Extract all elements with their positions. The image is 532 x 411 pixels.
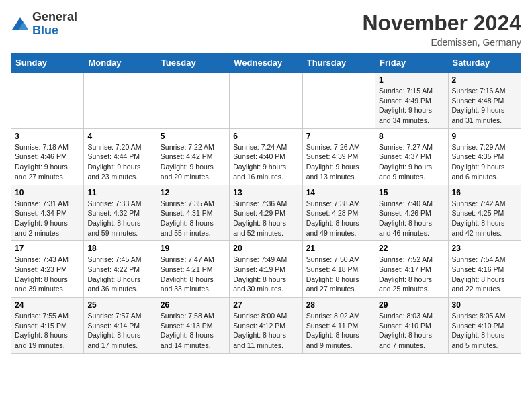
- col-header-monday: Monday: [84, 54, 157, 73]
- day-info: Sunrise: 7:22 AMSunset: 4:42 PMDaylight:…: [161, 142, 226, 182]
- logo-icon: [11, 15, 30, 34]
- day-info: Sunrise: 7:45 AMSunset: 4:22 PMDaylight:…: [87, 255, 152, 294]
- day-number: 30: [452, 300, 517, 310]
- day-number: 27: [233, 300, 298, 310]
- day-info: Sunrise: 7:31 AMSunset: 4:34 PMDaylight:…: [15, 199, 80, 238]
- day-info: Sunrise: 7:38 AMSunset: 4:28 PMDaylight:…: [306, 199, 371, 238]
- calendar-cell: 1Sunrise: 7:15 AMSunset: 4:49 PMDaylight…: [375, 73, 448, 129]
- day-info: Sunrise: 7:55 AMSunset: 4:15 PMDaylight:…: [15, 311, 80, 351]
- day-number: 12: [161, 188, 226, 197]
- day-info: Sunrise: 7:29 AMSunset: 4:35 PMDaylight:…: [452, 142, 517, 182]
- day-number: 20: [233, 244, 298, 253]
- day-info: Sunrise: 8:03 AMSunset: 4:10 PMDaylight:…: [379, 311, 444, 351]
- day-info: Sunrise: 7:57 AMSunset: 4:14 PMDaylight:…: [87, 311, 152, 351]
- calendar-cell: 9Sunrise: 7:29 AMSunset: 4:35 PMDaylight…: [448, 128, 521, 185]
- calendar-cell: 16Sunrise: 7:42 AMSunset: 4:25 PMDayligh…: [448, 185, 521, 241]
- day-info: Sunrise: 7:52 AMSunset: 4:17 PMDaylight:…: [379, 255, 444, 294]
- calendar-cell: 29Sunrise: 8:03 AMSunset: 4:10 PMDayligh…: [375, 298, 448, 354]
- calendar-cell: 26Sunrise: 7:58 AMSunset: 4:13 PMDayligh…: [157, 298, 229, 354]
- calendar-cell: 30Sunrise: 8:05 AMSunset: 4:10 PMDayligh…: [448, 298, 521, 354]
- day-number: 13: [233, 188, 298, 197]
- day-info: Sunrise: 7:40 AMSunset: 4:26 PMDaylight:…: [379, 199, 444, 238]
- day-number: 8: [379, 132, 444, 141]
- calendar-cell: 28Sunrise: 8:02 AMSunset: 4:11 PMDayligh…: [302, 298, 375, 354]
- day-number: 10: [15, 188, 80, 197]
- calendar-cell: 8Sunrise: 7:27 AMSunset: 4:37 PMDaylight…: [375, 128, 448, 185]
- calendar-cell: [157, 73, 229, 129]
- day-number: 1: [379, 75, 444, 85]
- day-info: Sunrise: 8:05 AMSunset: 4:10 PMDaylight:…: [452, 311, 517, 351]
- day-number: 29: [379, 300, 444, 310]
- day-number: 17: [15, 244, 80, 253]
- day-number: 7: [306, 132, 371, 141]
- calendar-cell: 14Sunrise: 7:38 AMSunset: 4:28 PMDayligh…: [302, 185, 375, 241]
- day-number: 19: [161, 244, 226, 253]
- calendar-cell: 23Sunrise: 7:54 AMSunset: 4:16 PMDayligh…: [448, 241, 521, 298]
- calendar-cell: 10Sunrise: 7:31 AMSunset: 4:34 PMDayligh…: [11, 185, 84, 241]
- day-info: Sunrise: 7:43 AMSunset: 4:23 PMDaylight:…: [15, 255, 80, 294]
- day-number: 25: [87, 300, 152, 310]
- day-info: Sunrise: 7:33 AMSunset: 4:32 PMDaylight:…: [87, 199, 152, 238]
- day-info: Sunrise: 7:27 AMSunset: 4:37 PMDaylight:…: [379, 142, 444, 182]
- calendar-cell: 2Sunrise: 7:16 AMSunset: 4:48 PMDaylight…: [448, 73, 521, 129]
- title-block: November 2024 Edemissen, Germany: [362, 11, 521, 48]
- day-number: 16: [452, 188, 517, 197]
- col-header-tuesday: Tuesday: [157, 54, 229, 73]
- calendar-cell: 4Sunrise: 7:20 AMSunset: 4:44 PMDaylight…: [84, 128, 157, 185]
- calendar-cell: 5Sunrise: 7:22 AMSunset: 4:42 PMDaylight…: [157, 128, 229, 185]
- day-info: Sunrise: 7:24 AMSunset: 4:40 PMDaylight:…: [233, 142, 298, 182]
- day-info: Sunrise: 7:16 AMSunset: 4:48 PMDaylight:…: [452, 86, 517, 126]
- calendar-cell: 15Sunrise: 7:40 AMSunset: 4:26 PMDayligh…: [375, 185, 448, 241]
- day-info: Sunrise: 7:26 AMSunset: 4:39 PMDaylight:…: [306, 142, 371, 182]
- location: Edemissen, Germany: [362, 37, 521, 48]
- day-info: Sunrise: 7:54 AMSunset: 4:16 PMDaylight:…: [452, 255, 517, 294]
- day-info: Sunrise: 7:42 AMSunset: 4:25 PMDaylight:…: [452, 199, 517, 238]
- calendar-cell: 12Sunrise: 7:35 AMSunset: 4:31 PMDayligh…: [157, 185, 229, 241]
- day-number: 11: [87, 188, 152, 197]
- day-info: Sunrise: 7:49 AMSunset: 4:19 PMDaylight:…: [233, 255, 298, 294]
- calendar-cell: [11, 73, 84, 129]
- calendar-cell: 17Sunrise: 7:43 AMSunset: 4:23 PMDayligh…: [11, 241, 84, 298]
- logo-general: General: [32, 11, 77, 24]
- col-header-sunday: Sunday: [11, 54, 84, 73]
- logo: General Blue: [11, 11, 77, 38]
- col-header-saturday: Saturday: [448, 54, 521, 73]
- day-number: 5: [161, 132, 226, 141]
- calendar-cell: 11Sunrise: 7:33 AMSunset: 4:32 PMDayligh…: [84, 185, 157, 241]
- header: General Blue November 2024 Edemissen, Ge…: [11, 11, 521, 48]
- day-number: 23: [452, 244, 517, 253]
- day-number: 18: [87, 244, 152, 253]
- day-number: 4: [87, 132, 152, 141]
- col-header-friday: Friday: [375, 54, 448, 73]
- calendar-cell: [302, 73, 375, 129]
- calendar-cell: 13Sunrise: 7:36 AMSunset: 4:29 PMDayligh…: [230, 185, 302, 241]
- day-info: Sunrise: 7:50 AMSunset: 4:18 PMDaylight:…: [306, 255, 371, 294]
- day-info: Sunrise: 7:35 AMSunset: 4:31 PMDaylight:…: [161, 199, 226, 238]
- calendar-cell: 25Sunrise: 7:57 AMSunset: 4:14 PMDayligh…: [84, 298, 157, 354]
- calendar-cell: 24Sunrise: 7:55 AMSunset: 4:15 PMDayligh…: [11, 298, 84, 354]
- day-info: Sunrise: 7:18 AMSunset: 4:46 PMDaylight:…: [15, 142, 80, 182]
- calendar-cell: [84, 73, 157, 129]
- day-number: 2: [452, 75, 517, 85]
- calendar-cell: 3Sunrise: 7:18 AMSunset: 4:46 PMDaylight…: [11, 128, 84, 185]
- calendar: SundayMondayTuesdayWednesdayThursdayFrid…: [11, 53, 521, 354]
- calendar-cell: 19Sunrise: 7:47 AMSunset: 4:21 PMDayligh…: [157, 241, 229, 298]
- calendar-cell: 20Sunrise: 7:49 AMSunset: 4:19 PMDayligh…: [230, 241, 302, 298]
- day-number: 21: [306, 244, 371, 253]
- day-info: Sunrise: 7:15 AMSunset: 4:49 PMDaylight:…: [379, 86, 444, 126]
- calendar-cell: [230, 73, 302, 129]
- calendar-cell: 6Sunrise: 7:24 AMSunset: 4:40 PMDaylight…: [230, 128, 302, 185]
- calendar-cell: 18Sunrise: 7:45 AMSunset: 4:22 PMDayligh…: [84, 241, 157, 298]
- day-number: 14: [306, 188, 371, 197]
- logo-text: General Blue: [32, 11, 77, 38]
- day-number: 9: [452, 132, 517, 141]
- day-info: Sunrise: 7:58 AMSunset: 4:13 PMDaylight:…: [161, 311, 226, 351]
- day-info: Sunrise: 7:36 AMSunset: 4:29 PMDaylight:…: [233, 199, 298, 238]
- logo-blue: Blue: [32, 24, 77, 38]
- col-header-wednesday: Wednesday: [230, 54, 302, 73]
- day-info: Sunrise: 8:00 AMSunset: 4:12 PMDaylight:…: [233, 311, 298, 351]
- calendar-cell: 21Sunrise: 7:50 AMSunset: 4:18 PMDayligh…: [302, 241, 375, 298]
- day-number: 3: [15, 132, 80, 141]
- col-header-thursday: Thursday: [302, 54, 375, 73]
- day-info: Sunrise: 7:20 AMSunset: 4:44 PMDaylight:…: [87, 142, 152, 182]
